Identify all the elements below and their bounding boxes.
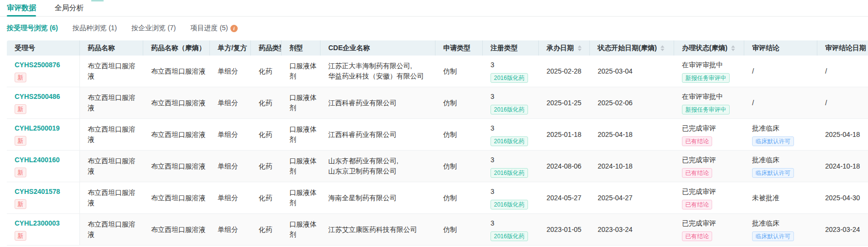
new-badge-wrap: 新: [15, 197, 75, 209]
review-conclusion-text: 未被批准: [752, 193, 813, 203]
cell-review-conclusion: 批准临床临床默认许可: [744, 214, 817, 246]
cell-conclusion-date: 2025-04-30: [817, 182, 868, 214]
sort-carets[interactable]: [731, 45, 735, 51]
cell-dosage-form: 口服液体剂: [282, 87, 321, 119]
review-data-table-wrap: 受理号药品名称药品名称（摩熵）单方/复方药品类型剂型CDE企业名称申请类型注册类…: [7, 40, 868, 246]
info-icon[interactable]: i: [230, 25, 238, 32]
cell-drug-name: 布立西坦口服溶液: [80, 151, 143, 182]
col-header-drug_type: 药品类型: [251, 40, 282, 56]
company-line: 华益药业科技（安徽）有限公司: [328, 71, 432, 81]
reg-type-badge: 2016版化药: [491, 136, 528, 146]
cell-cde-company: 山东齐都药业有限公司,山东京卫制药有限公司: [321, 151, 435, 182]
cell-drug-name-moentropy: 布立西坦口服溶液: [143, 214, 210, 246]
col-header-label: CDE企业名称: [328, 44, 370, 53]
handling-status-text: 在审评审批中: [682, 60, 740, 70]
sort-asc-icon[interactable]: [660, 45, 664, 48]
cell-drug-name-moentropy: 布立西坦口服溶液: [143, 182, 210, 214]
subtab-label: 项目进度 (5): [190, 24, 228, 33]
col-header-inner: 审评结论: [752, 44, 813, 53]
cell-drug-name: 布立西坦口服溶液: [80, 119, 143, 151]
sort-asc-icon[interactable]: [731, 45, 735, 48]
cell-acceptance-no: CYHL2400160新: [7, 151, 80, 182]
cell-conclusion-date: /: [817, 56, 868, 87]
col-header-label: 注册类型: [491, 44, 518, 53]
col-header-label: 药品名称（摩熵）: [151, 44, 206, 53]
cell-mono-combo: 单组分: [210, 182, 251, 214]
cell-dosage-form: 口服液体剂: [282, 56, 321, 87]
cell-handling-status: 在审评审批中新报任务审评中: [674, 87, 744, 119]
sort-asc-icon[interactable]: [578, 45, 582, 48]
cell-mono-combo: 单组分: [210, 214, 251, 246]
company-line: 海南全星制药有限公司: [328, 193, 432, 203]
handling-status-badge: 新报任务审评中: [682, 73, 730, 83]
subtab-3[interactable]: 按企业浏览 (7): [132, 24, 176, 33]
acceptance-no-link[interactable]: CYHS2500486: [15, 92, 60, 102]
table-row: CYHS2500876新布立西坦口服溶液布立西坦口服溶液单组分化药口服液体剂江苏…: [7, 56, 868, 87]
subtab-2[interactable]: 按品种浏览 (1): [73, 24, 117, 33]
table-row: CYHL2400160新布立西坦口服溶液布立西坦口服溶液单组分化药口服液体剂山东…: [7, 151, 868, 182]
col-header-label: 剂型: [289, 44, 303, 53]
company-line: 山东京卫制药有限公司: [328, 166, 432, 176]
new-badge-wrap: 新: [15, 70, 75, 82]
col-header-inner: 剂型: [289, 44, 316, 53]
sort-desc-icon[interactable]: [660, 49, 664, 51]
col-header-status_start_date[interactable]: 状态开始日期(摩熵): [590, 40, 674, 56]
acceptance-no-link[interactable]: CYHL2400160: [15, 155, 60, 165]
col-header-acceptance_date[interactable]: 承办日期: [539, 40, 590, 56]
review-conclusion-badge: 临床默认许可: [752, 136, 794, 146]
cell-registration-type: 32016版化药: [483, 214, 539, 246]
cell-mono-combo: 单组分: [210, 87, 251, 119]
sort-desc-icon[interactable]: [578, 49, 582, 51]
acceptance-no-link[interactable]: CYHL2300003: [15, 218, 60, 228]
table-head: 受理号药品名称药品名称（摩熵）单方/复方药品类型剂型CDE企业名称申请类型注册类…: [7, 40, 868, 56]
col-header-review_conclusion: 审评结论: [744, 40, 817, 56]
acceptance-no-link[interactable]: CYHS2500876: [15, 60, 60, 70]
cell-handling-status: 已完成审评已有结论: [674, 119, 744, 151]
col-header-mono_combo: 单方/复方: [210, 40, 251, 56]
tab-全局分析[interactable]: 全局分析: [55, 0, 84, 17]
cell-acceptance-no: CYHS2401578新: [7, 182, 80, 214]
cell-review-conclusion: 批准临床临床默认许可: [744, 151, 817, 182]
cell-cde-company: 江西科睿药业有限公司: [321, 119, 435, 151]
cell-application-type: 仿制: [435, 56, 483, 87]
subtab-label: 按品种浏览 (1): [73, 24, 117, 33]
cell-dosage-form: 口服液体剂: [282, 182, 321, 214]
col-header-inner: 办理状态(摩熵): [682, 44, 740, 53]
col-header-label: 办理状态(摩熵): [682, 44, 727, 53]
col-header-label: 审评结论日期: [825, 44, 866, 53]
cell-review-conclusion: 未被批准: [744, 182, 817, 214]
sort-desc-icon[interactable]: [731, 49, 735, 51]
subtab-1[interactable]: 按受理号浏览 (6): [7, 24, 58, 33]
cell-dosage-form: 口服液体剂: [282, 119, 321, 151]
company-line: 山东齐都药业有限公司,: [328, 156, 432, 166]
cell-drug-name: 布立西坦口服溶液: [80, 182, 143, 214]
col-header-label: 审评结论: [752, 44, 779, 53]
new-badge: 新: [15, 136, 26, 146]
cell-status-start-date: 2025-02-06: [590, 87, 674, 119]
subtab-4[interactable]: 项目进度 (5)i: [190, 24, 238, 33]
reg-type-number: 3: [491, 60, 535, 70]
review-conclusion-badge: 临床默认许可: [752, 231, 794, 241]
col-header-acceptance_no: 受理号: [7, 40, 80, 56]
cell-application-type: 仿制: [435, 119, 483, 151]
cell-acceptance-no: CYHS2500486新: [7, 87, 80, 119]
handling-status-text: 已完成审评: [682, 155, 740, 165]
reg-type-badge: 2016版化药: [491, 200, 528, 209]
acceptance-no-link[interactable]: CYHL2500019: [15, 123, 60, 133]
cell-drug-name: 布立西坦口服溶液: [80, 214, 143, 246]
col-header-registration_type: 注册类型: [483, 40, 539, 56]
sort-carets[interactable]: [578, 45, 582, 51]
handling-status-badge: 新报任务审评中: [682, 105, 730, 114]
handling-status-text: 已完成审评: [682, 218, 740, 228]
acceptance-no-link[interactable]: CYHS2401578: [15, 187, 60, 197]
col-header-handling_status[interactable]: 办理状态(摩熵): [674, 40, 744, 56]
cell-mono-combo: 单组分: [210, 119, 251, 151]
handling-status-text: 已完成审评: [682, 123, 740, 133]
cell-review-conclusion: 批准临床临床默认许可: [744, 119, 817, 151]
cell-application-type: 仿制: [435, 214, 483, 246]
tab-审评数据[interactable]: 审评数据: [7, 0, 36, 17]
reg-type-badge: 2016版化药: [491, 105, 528, 114]
reg-type-number: 3: [491, 187, 535, 197]
sort-carets[interactable]: [660, 45, 664, 51]
cell-conclusion-date: 2023-03-24: [817, 214, 868, 246]
